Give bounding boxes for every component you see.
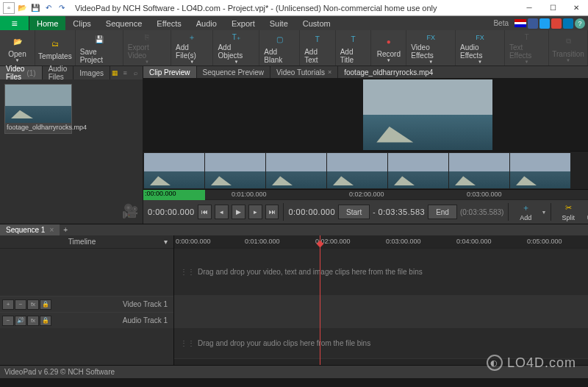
track-lock-button[interactable]: 🔒 bbox=[40, 299, 51, 310]
camera-icon: 🎥 bbox=[122, 203, 138, 219]
filmstrip-frame[interactable] bbox=[266, 153, 326, 188]
track-remove-button[interactable]: − bbox=[15, 299, 26, 310]
filmstrip-frame[interactable] bbox=[327, 153, 387, 188]
sequence-tab-1[interactable]: Sequence 1× bbox=[0, 224, 60, 235]
sequence-tabs: Sequence 1× + bbox=[0, 224, 588, 235]
video-track-drop-area[interactable]: ⋮⋮ Drag and drop your video, text and im… bbox=[174, 249, 588, 296]
tab-export[interactable]: Export bbox=[224, 16, 262, 30]
close-icon[interactable]: × bbox=[49, 226, 54, 234]
facebook-icon[interactable] bbox=[528, 18, 538, 29]
track-mute-button[interactable]: 🔊 bbox=[15, 316, 26, 326]
audio-fx-icon: FX bbox=[472, 32, 488, 43]
video-track-1[interactable] bbox=[174, 296, 588, 312]
maximize-button[interactable]: ☐ bbox=[541, 0, 564, 16]
add-text-button[interactable]: T Add Text bbox=[300, 30, 336, 65]
set-start-button[interactable]: Start bbox=[338, 205, 370, 219]
track-fx-button[interactable]: fx bbox=[27, 316, 39, 326]
beta-label: Beta bbox=[493, 19, 509, 27]
record-button[interactable]: ● Record▼ bbox=[371, 30, 406, 65]
flag-icon[interactable] bbox=[514, 19, 526, 27]
tab-custom[interactable]: Custom bbox=[295, 16, 338, 30]
add-objects-icon: T₊ bbox=[228, 32, 244, 43]
track-fx-button[interactable]: fx bbox=[27, 299, 39, 310]
record-icon: ● bbox=[381, 33, 397, 49]
preview-tab-tutorials[interactable]: Video Tutorials× bbox=[270, 66, 338, 78]
qat-save-icon[interactable]: 💾 bbox=[29, 2, 41, 14]
menu-button[interactable]: ≡ bbox=[0, 16, 29, 30]
step-back-button[interactable]: ◂ bbox=[215, 205, 229, 219]
track-add-button[interactable]: + bbox=[2, 299, 14, 310]
goto-end-button[interactable]: ⏭ bbox=[265, 205, 279, 219]
add-clip-button[interactable]: ＋Add bbox=[513, 203, 538, 221]
help-icon[interactable]: ? bbox=[575, 18, 585, 29]
chevron-down-icon[interactable]: ▼ bbox=[541, 210, 546, 215]
add-title-button[interactable]: T Add Title bbox=[336, 30, 372, 65]
timeline-header[interactable]: Timeline ▾ bbox=[0, 235, 173, 249]
folder-open-icon: 📂 bbox=[10, 33, 26, 49]
filmstrip-frame[interactable] bbox=[510, 153, 570, 188]
qat-new-icon[interactable]: ▫ bbox=[3, 2, 15, 14]
bin-area[interactable]: footage_oldharryrocks.mp4 🎥 bbox=[0, 79, 143, 224]
track-lock-button[interactable]: 🔒 bbox=[40, 316, 51, 326]
close-icon[interactable]: × bbox=[328, 68, 331, 76]
status-text: VideoPad v 6.29 © NCH Software bbox=[4, 368, 115, 376]
timeline-ruler[interactable]: 0:00:00.000 0:01:00.000 0:02:00.000 0:03… bbox=[174, 235, 588, 249]
add-sequence-button[interactable]: + bbox=[60, 224, 71, 235]
qat-redo-icon[interactable]: ↷ bbox=[56, 2, 68, 14]
timeline-tracks[interactable]: 0:00:00.000 0:01:00.000 0:02:00.000 0:03… bbox=[174, 235, 588, 365]
filmstrip-frame[interactable] bbox=[205, 153, 265, 188]
save-project-button[interactable]: 💾 Save Project bbox=[76, 30, 123, 65]
ribbon-tabs: ≡ Home Clips Sequence Effects Audio Expo… bbox=[0, 16, 588, 30]
twitter-icon[interactable] bbox=[539, 18, 550, 29]
filmstrip-frame[interactable] bbox=[388, 153, 448, 188]
filmstrip[interactable] bbox=[143, 151, 588, 189]
gplus-icon[interactable] bbox=[551, 18, 562, 29]
bin-tab-audio[interactable]: Audio Files bbox=[43, 66, 74, 79]
clip-time-ruler[interactable]: :00:00.000 0:01:00.000 0:02:00.000 0:03:… bbox=[143, 189, 588, 199]
split-button[interactable]: ✂Split bbox=[556, 203, 581, 221]
tab-sequence[interactable]: Sequence bbox=[98, 16, 150, 30]
bin-tab-images[interactable]: Images bbox=[74, 66, 110, 79]
linkedin-icon[interactable] bbox=[563, 18, 573, 29]
qat-open-icon[interactable]: 📂 bbox=[16, 2, 28, 14]
bin-tab-video[interactable]: Video Files (1) bbox=[0, 66, 43, 79]
unlink-button[interactable]: ⛓Unlink bbox=[584, 203, 588, 221]
transition-button[interactable]: ⧉ Transition▼ bbox=[549, 30, 588, 65]
preview-tab-clip[interactable]: Clip Preview bbox=[143, 66, 197, 78]
media-thumb[interactable]: footage_oldharryrocks.mp4 bbox=[4, 84, 72, 134]
title-bar: ▫ 📂 💾 ↶ ↷ VideoPad by NCH Software - LO4… bbox=[0, 0, 588, 16]
text-effects-button[interactable]: T Text Effects▼ bbox=[505, 30, 549, 65]
add-blank-icon: ▢ bbox=[271, 32, 287, 47]
filmstrip-frame[interactable] bbox=[144, 153, 204, 188]
audio-track-1[interactable] bbox=[174, 312, 588, 328]
bin-search-icon[interactable]: ⌕ bbox=[131, 68, 140, 77]
video-effects-button[interactable]: FX Video Effects▼ bbox=[406, 30, 456, 65]
qat-undo-icon[interactable]: ↶ bbox=[43, 2, 54, 14]
set-end-button[interactable]: End bbox=[428, 205, 457, 219]
templates-icon: 🗂 bbox=[47, 35, 63, 52]
tab-audio[interactable]: Audio bbox=[189, 16, 224, 30]
tab-effects[interactable]: Effects bbox=[149, 16, 188, 30]
tab-home[interactable]: Home bbox=[29, 16, 65, 30]
export-video-button[interactable]: ⎘ Export Video▼ bbox=[123, 30, 171, 65]
step-fwd-button[interactable]: ▸ bbox=[248, 205, 262, 219]
add-objects-button[interactable]: T₊ Add Objects▼ bbox=[213, 30, 259, 65]
filmstrip-frame[interactable] bbox=[449, 153, 509, 188]
add-files-button[interactable]: ＋ Add File(s)▼ bbox=[171, 30, 213, 65]
tab-suite[interactable]: Suite bbox=[262, 16, 295, 30]
play-button[interactable]: ▶ bbox=[232, 205, 245, 219]
tab-clips[interactable]: Clips bbox=[65, 16, 98, 30]
audio-effects-button[interactable]: FX Audio Effects▼ bbox=[456, 30, 505, 65]
timeline-playhead[interactable] bbox=[320, 235, 320, 365]
goto-start-button[interactable]: ⏮ bbox=[198, 205, 212, 219]
bin-view-list-icon[interactable]: ≡ bbox=[121, 68, 129, 77]
track-remove-button[interactable]: − bbox=[2, 316, 14, 326]
preview-tab-sequence[interactable]: Sequence Preview bbox=[197, 66, 270, 78]
templates-button[interactable]: 🗂 Templates bbox=[35, 30, 76, 65]
open-button[interactable]: 📂 Open▼ bbox=[0, 30, 35, 65]
add-blank-button[interactable]: ▢ Add Blank bbox=[259, 30, 300, 65]
minimize-button[interactable]: ─ bbox=[517, 0, 541, 16]
bin-view-grid-icon[interactable]: ▦ bbox=[110, 68, 119, 77]
close-button[interactable]: ✕ bbox=[564, 0, 588, 16]
chevron-down-icon[interactable]: ▾ bbox=[164, 238, 173, 246]
